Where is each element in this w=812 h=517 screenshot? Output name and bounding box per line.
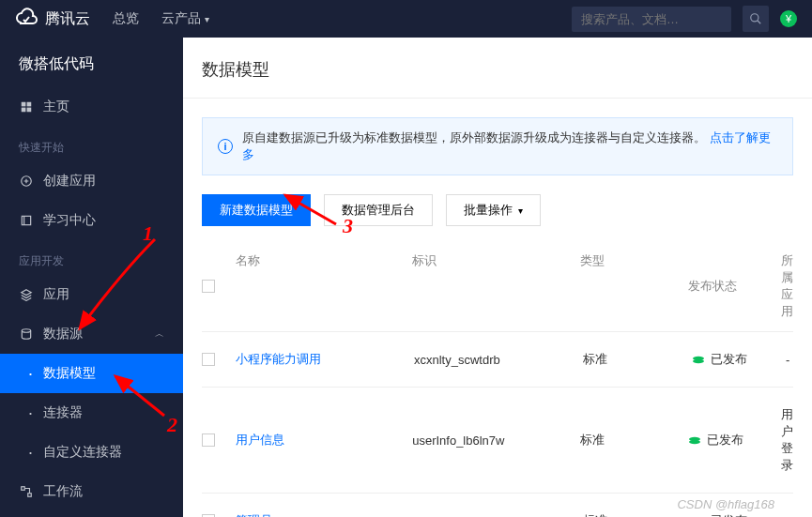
notice-banner: i 原自建数据源已升级为标准数据模型，原外部数据源升级成为连接器与自定义连接器。… [202,117,793,175]
sidebar-item-create-app[interactable]: 创建应用 [0,161,183,201]
sidebar-item-data-model[interactable]: 数据模型 [0,354,183,393]
row-status: 已发布 [688,432,781,449]
svg-point-7 [22,329,30,333]
svg-rect-9 [28,494,32,497]
svg-rect-6 [22,216,30,224]
table-row: 用户信息 userInfo_lb6ln7w 标准 已发布 用户登录 [202,388,793,494]
checkbox-all[interactable] [202,280,215,293]
checkbox[interactable] [202,353,215,366]
col-header-name: 名称 [236,252,412,320]
row-type: 标准 [583,351,692,368]
status-icon [688,435,701,445]
brand-text: 腾讯云 [45,9,90,29]
svg-rect-4 [27,108,32,113]
row-name-link[interactable]: 管理员 [236,513,272,517]
layers-icon [19,287,34,302]
sidebar-group-quick: 快速开始 [0,127,183,161]
logo[interactable]: 腾讯云 [15,8,90,30]
sidebar-label: 主页 [43,99,69,115]
row-id: userInfo_lb6ln7w [412,433,580,448]
sidebar-item-home[interactable]: 主页 [0,87,183,127]
svg-point-11 [693,359,704,363]
table-header: 名称 标识 类型 发布状态 所属应用 [202,241,793,332]
sidebar-item-datasource[interactable]: 数据源 ︿ [0,314,183,354]
flow-icon [19,484,34,499]
sidebar-label: 创建应用 [43,173,96,190]
sidebar-label: 连接器 [43,404,83,421]
sidebar: 微搭低代码 主页 快速开始 创建应用 学习中心 应用开发 应用 数据源 ︿ 数据… [0,38,183,517]
info-icon: i [218,139,233,154]
row-type: 标准 [580,432,688,449]
row-id: xcxnlty_scwtdrb [414,353,583,367]
status-icon [692,355,705,364]
row-type: 标准 [583,512,692,517]
main: 数据模型 i 原自建数据源已升级为标准数据模型，原外部数据源升级成为连接器与自定… [183,38,812,517]
row-app: - [786,514,793,518]
cloud-icon [15,8,38,30]
sidebar-label: 数据源 [43,326,83,342]
data-admin-button[interactable]: 数据管理后台 [324,194,433,226]
batch-button[interactable]: 批量操作 ▾ [446,194,541,226]
sidebar-item-learn[interactable]: 学习中心 [0,201,183,240]
new-model-button[interactable]: 新建数据模型 [202,194,311,226]
table-row: 小程序能力调用 xcxnlty_scwtdrb 标准 已发布 - [202,332,793,388]
topbar: 腾讯云 总览 云产品 ▾ ¥ [0,0,812,38]
sidebar-item-custom-connector[interactable]: 自定义连接器 [0,433,183,472]
row-app: 用户登录 [781,406,793,474]
sidebar-label: 应用 [43,286,69,303]
search-button[interactable] [743,6,769,32]
topnav-overview[interactable]: 总览 [113,10,139,27]
svg-point-13 [689,440,700,444]
topnav-products[interactable]: 云产品 ▾ [161,10,209,27]
balance-icon[interactable]: ¥ [780,10,797,27]
checkbox[interactable] [202,433,215,447]
svg-rect-3 [22,108,26,113]
chevron-down-icon: ▾ [205,14,209,24]
page-title: 数据模型 [183,38,812,99]
grid-icon [19,99,34,114]
col-header-app: 所属应用 [781,252,793,320]
row-name-link[interactable]: 用户信息 [236,433,284,447]
book-icon [19,213,34,228]
table-row: 管理员 admin_2pbomei 标准 已发布 - [202,494,793,517]
toolbar: 新建数据模型 数据管理后台 批量操作 ▾ [202,194,793,226]
sidebar-group-dev: 应用开发 [0,240,183,275]
col-header-id: 标识 [412,252,580,320]
svg-rect-8 [22,487,25,491]
chevron-down-icon: ▾ [518,205,523,216]
data-table: 名称 标识 类型 发布状态 所属应用 小程序能力调用 xcxnlty_scwtd… [202,241,793,517]
database-icon [19,327,34,342]
svg-rect-2 [27,102,32,107]
row-app: - [786,353,793,367]
chevron-up-icon: ︿ [155,327,164,341]
col-header-status: 发布状态 [688,252,781,320]
plus-circle-icon [19,174,34,189]
sidebar-label: 自定义连接器 [43,444,122,461]
svg-rect-1 [22,102,26,107]
svg-point-0 [751,14,758,22]
row-name-link[interactable]: 小程序能力调用 [236,352,321,366]
sidebar-item-apps[interactable]: 应用 [0,275,183,314]
search-icon [749,12,762,25]
sidebar-title: 微搭低代码 [0,38,183,87]
row-status: 已发布 [692,351,786,368]
sidebar-item-workflow[interactable]: 工作流 [0,472,183,511]
col-header-type: 类型 [580,252,688,320]
search-input[interactable] [572,7,731,32]
row-id: admin_2pbomei [414,514,583,518]
notice-text: 原自建数据源已升级为标准数据模型，原外部数据源升级成为连接器与自定义连接器。 点… [242,129,777,163]
sidebar-label: 数据模型 [43,365,96,382]
sidebar-item-connector[interactable]: 连接器 [0,393,183,433]
sidebar-label: 工作流 [43,483,83,500]
topnav: 总览 云产品 ▾ [113,10,209,27]
row-status: 已发布 [692,512,786,517]
sidebar-label: 学习中心 [43,212,96,229]
